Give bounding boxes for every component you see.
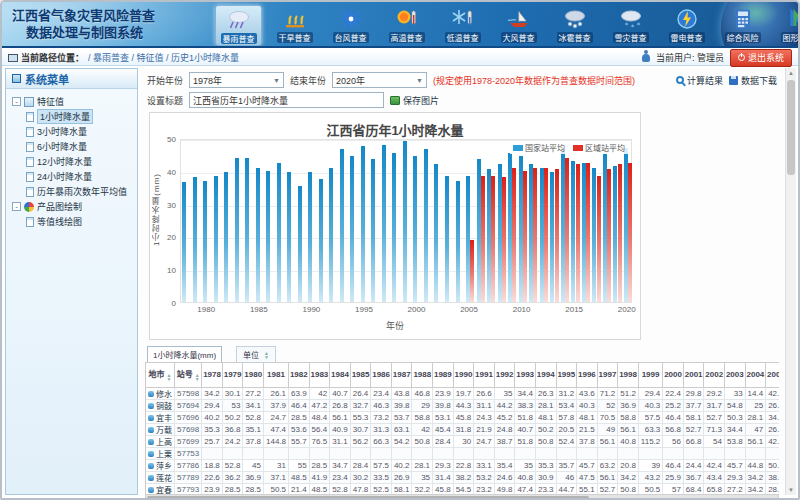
x-axis-tick: 2005 bbox=[454, 305, 484, 314]
table-row[interactable]: 上高5769925.724.237.8144.855.776.531.156.2… bbox=[146, 435, 779, 447]
toolbar-item-wind[interactable]: 大风普查 bbox=[495, 5, 542, 46]
column-header-year[interactable]: 1992 bbox=[494, 363, 515, 387]
tree-item-label: 等值线绘图 bbox=[37, 215, 82, 228]
start-year-select[interactable]: 1978年 ▼ bbox=[189, 72, 284, 88]
tree-item-label: 24小时降水量 bbox=[37, 170, 92, 183]
column-header-year[interactable]: 1997 bbox=[597, 363, 618, 387]
table-row[interactable]: 萍乡5778618.852.845315528.534.728.457.540.… bbox=[146, 459, 779, 471]
tree-item-24小时降水量[interactable]: 24小时降水量 bbox=[8, 169, 135, 184]
value-cell: 40.3 bbox=[638, 399, 662, 411]
scroll-up-arrow-icon[interactable]: ▲ bbox=[786, 68, 796, 78]
bar-national bbox=[550, 172, 554, 302]
toolbar-item-typhoon[interactable]: 台风普查 bbox=[327, 5, 374, 46]
column-header-year[interactable]: 1995 bbox=[556, 363, 577, 387]
toolbar-item-review[interactable]: 图形审核 bbox=[775, 5, 798, 46]
value-cell bbox=[263, 447, 288, 459]
page-vertical-scrollbar[interactable]: ▲ ▼ bbox=[785, 68, 796, 495]
tree-toggle-icon[interactable]: - bbox=[12, 202, 21, 211]
tree-node-产品图绘制[interactable]: -产品图绘制 bbox=[8, 199, 135, 214]
table-horizontal-scrollbar[interactable] bbox=[145, 494, 779, 500]
table-row[interactable]: 修水5759834.230.127.226.163.94240.726.423.… bbox=[146, 387, 779, 399]
toolbar-item-label: 图形审核 bbox=[781, 32, 799, 43]
bar-national bbox=[245, 158, 249, 302]
table-row[interactable]: 上栗57753 bbox=[146, 447, 779, 459]
unit-filter-dropdown[interactable]: 单位 ▲▼ bbox=[236, 346, 276, 363]
column-header-year[interactable]: 2000 bbox=[663, 363, 684, 387]
column-header-year[interactable]: 1985 bbox=[350, 363, 371, 387]
end-year-select[interactable]: 2020年 ▼ bbox=[332, 72, 427, 88]
column-header-year[interactable]: 1993 bbox=[515, 363, 536, 387]
toolbar-item-snow[interactable]: ✶✶✶雪灾普查 bbox=[607, 5, 654, 46]
column-header-year[interactable]: 1982 bbox=[289, 363, 310, 387]
table-row[interactable]: 宜春5779323.928.528.550.521.448.552.847.85… bbox=[146, 483, 779, 494]
value-cell: 30.1 bbox=[222, 387, 243, 399]
table-row[interactable]: 宜丰5769640.250.252.824.728.548.456.155.37… bbox=[146, 411, 779, 423]
table-row[interactable]: 铜鼓5769429.45334.137.946.447.226.832.746.… bbox=[146, 399, 779, 411]
value-cell: 36.9 bbox=[243, 471, 264, 483]
toolbar-item-cold[interactable]: 低温普查 bbox=[439, 5, 486, 46]
bar-national bbox=[214, 176, 218, 302]
value-cell: 21.5 bbox=[577, 423, 598, 435]
app-header: 江西省气象灾害风险普查 数据处理与制图系统 暴雨普查干旱普查台风普查高温普查低温… bbox=[2, 2, 798, 48]
chart-title-input[interactable] bbox=[189, 92, 384, 108]
tree-item-3小时降水量[interactable]: 3小时降水量 bbox=[8, 124, 135, 139]
vscroll-thumb[interactable] bbox=[787, 80, 795, 175]
column-header-year[interactable]: 1994 bbox=[535, 363, 556, 387]
column-header-year[interactable]: 2003 bbox=[725, 363, 746, 387]
column-header-year[interactable]: 1986 bbox=[371, 363, 392, 387]
toolbar-item-calculator[interactable]: 综合风险 bbox=[719, 5, 766, 46]
column-header-year[interactable]: 1980 bbox=[243, 363, 264, 387]
column-header-year[interactable]: 1991 bbox=[474, 363, 495, 387]
table-row[interactable]: 莲花5778922.636.236.937.148.541.923.430.23… bbox=[146, 471, 779, 483]
bar-regional bbox=[607, 169, 611, 302]
column-header-year[interactable]: 2002 bbox=[704, 363, 725, 387]
column-header-year[interactable]: 1988 bbox=[412, 363, 433, 387]
bar-regional bbox=[481, 176, 485, 302]
tree-item-1小时降水量[interactable]: 1小时降水量 bbox=[8, 109, 135, 124]
toolbar-item-rainstorm[interactable]: 暴雨普查 bbox=[215, 5, 262, 46]
bar-national bbox=[298, 186, 302, 302]
column-header-year[interactable]: 1978 bbox=[202, 363, 223, 387]
logout-button[interactable]: 退出系统 bbox=[730, 49, 792, 67]
column-header-year[interactable]: 1983 bbox=[309, 363, 330, 387]
toolbar-item-drought[interactable]: 干旱普查 bbox=[271, 5, 318, 46]
tree-toggle-icon[interactable]: - bbox=[12, 97, 21, 106]
column-header-year[interactable]: 1981 bbox=[263, 363, 288, 387]
tree-item-12小时降水量[interactable]: 12小时降水量 bbox=[8, 154, 135, 169]
review-icon bbox=[785, 7, 799, 31]
y-axis-tick: 30 bbox=[152, 201, 176, 210]
value-cell: 37.8 bbox=[243, 435, 264, 447]
column-header-站号[interactable]: 站号▲▼ bbox=[175, 363, 202, 387]
table-row[interactable]: 万载5769835.336.835.147.453.656.440.930.73… bbox=[146, 423, 779, 435]
column-header-year[interactable]: 1999 bbox=[638, 363, 662, 387]
column-header-year[interactable]: 2005 bbox=[766, 363, 779, 387]
save-image-button[interactable]: 保存图片 bbox=[390, 94, 439, 107]
column-header-year[interactable]: 1987 bbox=[391, 363, 412, 387]
column-header-year[interactable]: 1979 bbox=[222, 363, 243, 387]
toolbar-item-heat[interactable]: 高温普查 bbox=[383, 5, 430, 46]
column-header-year[interactable]: 2001 bbox=[683, 363, 704, 387]
column-header-地市[interactable]: 地市▲▼ bbox=[146, 363, 175, 387]
value-cell: 36.7 bbox=[683, 471, 704, 483]
y-axis-tick: 50 bbox=[152, 135, 176, 144]
column-header-year[interactable]: 1998 bbox=[618, 363, 639, 387]
table-metric-tab[interactable]: 1小时降水量(mm) bbox=[147, 346, 222, 363]
toolbar-item-lightning[interactable]: 雷电普查 bbox=[663, 5, 710, 46]
hscroll-thumb[interactable] bbox=[147, 496, 589, 500]
calculate-button[interactable]: 计算结果 bbox=[676, 74, 723, 87]
toolbar-item-hail[interactable]: 冰雹普查 bbox=[551, 5, 598, 46]
bar-national bbox=[519, 156, 523, 302]
column-header-year[interactable]: 1989 bbox=[433, 363, 454, 387]
tree-item-6小时降水量[interactable]: 6小时降水量 bbox=[8, 139, 135, 154]
column-header-year[interactable]: 1984 bbox=[330, 363, 351, 387]
tree-item-等值线绘图[interactable]: 等值线绘图 bbox=[8, 214, 135, 229]
tree-item-历年暴雨次数年平均值[interactable]: 历年暴雨次数年平均值 bbox=[8, 184, 135, 199]
tree-node-特征值[interactable]: -特征值 bbox=[8, 94, 135, 109]
column-header-year[interactable]: 2004 bbox=[745, 363, 766, 387]
column-header-year[interactable]: 1996 bbox=[577, 363, 598, 387]
download-data-button[interactable]: 数据下载 bbox=[729, 74, 777, 87]
column-header-year[interactable]: 1990 bbox=[453, 363, 474, 387]
breadcrumb[interactable]: / 暴雨普查 / 特征值 / 历史1小时降水量 bbox=[88, 51, 239, 64]
value-cell: 52.8 bbox=[222, 459, 243, 471]
scroll-down-arrow-icon[interactable]: ▼ bbox=[786, 485, 796, 495]
